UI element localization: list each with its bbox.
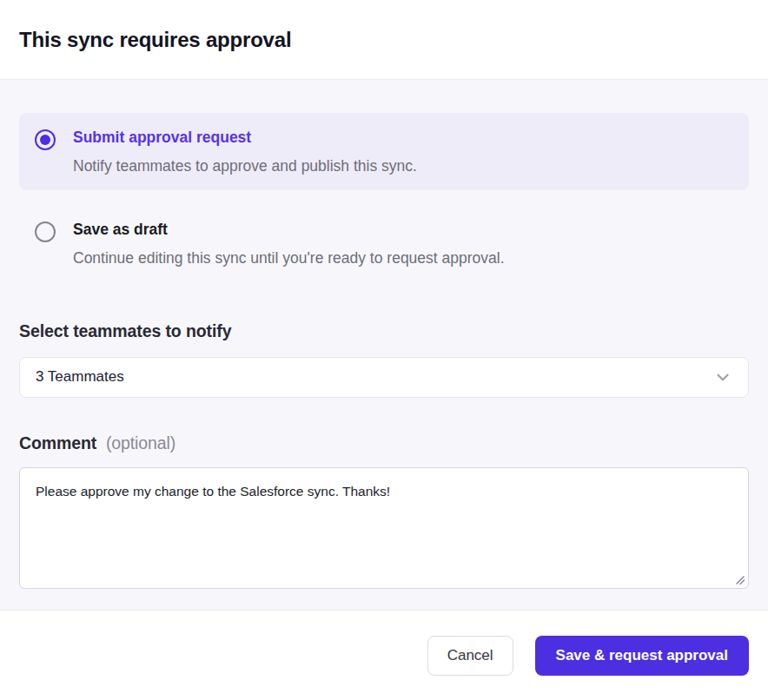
dialog-header: This sync requires approval [0,0,768,80]
comment-heading-label: Comment [19,433,96,452]
option-text: Submit approval request Notify teammates… [73,128,417,175]
comment-heading: Comment (optional) [19,433,749,453]
chevron-down-icon [713,367,732,386]
dialog-footer: Cancel Save & request approval [0,610,768,700]
teammates-select[interactable]: 3 Teammates [19,357,749,398]
option-label: Save as draft [73,220,505,241]
save-request-approval-button[interactable]: Save & request approval [535,636,749,676]
comment-input[interactable]: Please approve my change to the Salesfor… [20,468,748,588]
resize-handle-icon[interactable] [734,574,745,585]
teammates-heading: Select teammates to notify [19,321,749,341]
option-description: Notify teammates to approve and publish … [73,156,417,176]
dialog-body: Submit approval request Notify teammates… [0,80,768,610]
radio-unselected-icon[interactable] [35,221,56,242]
option-label: Submit approval request [73,128,417,149]
approval-dialog: This sync requires approval Submit appro… [0,0,768,700]
option-submit-approval-request[interactable]: Submit approval request Notify teammates… [19,113,749,190]
option-save-as-draft[interactable]: Save as draft Continue editing this sync… [19,205,749,282]
radio-selected-icon[interactable] [35,129,56,150]
comment-optional-label: (optional) [102,433,176,452]
option-text: Save as draft Continue editing this sync… [73,220,505,267]
comment-box: Please approve my change to the Salesfor… [19,467,749,589]
teammates-select-value: 3 Teammates [36,368,124,386]
option-description: Continue editing this sync until you're … [73,248,505,268]
dialog-title: This sync requires approval [19,28,291,52]
cancel-button[interactable]: Cancel [427,636,513,676]
